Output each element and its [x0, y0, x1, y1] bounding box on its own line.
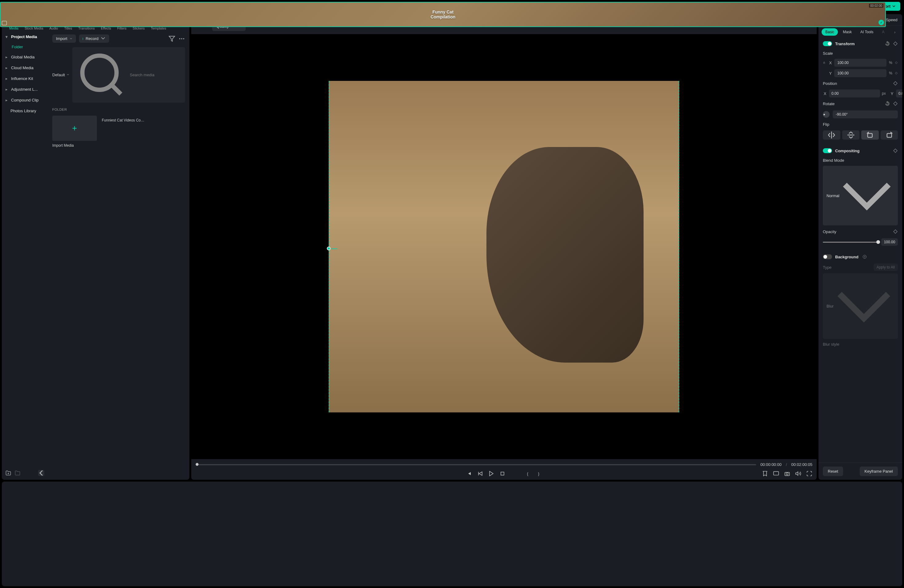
rotate-knob[interactable]	[823, 111, 830, 118]
camera-icon[interactable]	[784, 471, 790, 477]
player-viewport[interactable]	[191, 34, 817, 459]
svg-point-15	[82, 56, 117, 90]
properties-panel: Video Audio Color Speed Basic Mask AI To…	[819, 14, 902, 480]
sidebar-project-media[interactable]: ▾Project Media	[2, 32, 48, 42]
subtab-mask[interactable]: Mask	[839, 28, 855, 36]
opacity-keyframe[interactable]	[893, 229, 898, 234]
svg-rect-24	[823, 63, 825, 64]
delete-folder-icon[interactable]	[15, 470, 20, 476]
player-panel: Player Full Quality 00:00:00:00 /	[191, 14, 817, 480]
sort-dropdown[interactable]: Default	[52, 73, 69, 77]
sidebar-collapse-button[interactable]	[38, 470, 44, 476]
opacity-slider[interactable]	[823, 242, 878, 243]
svg-point-14	[183, 38, 185, 40]
scale-y-keyframe[interactable]	[895, 71, 898, 76]
search-icon	[76, 49, 127, 101]
media-sidebar: ▾Project Media Folder ▸Global Media ▸Clo…	[2, 32, 48, 480]
compositing-toggle[interactable]	[823, 148, 832, 153]
play-button[interactable]	[488, 471, 495, 477]
record-dropdown[interactable]: Record	[79, 35, 109, 43]
flip-vertical-button[interactable]	[842, 130, 860, 140]
transform-reset-icon[interactable]	[885, 41, 890, 46]
transform-keyframe-icon[interactable]	[893, 41, 898, 46]
blend-mode-dropdown[interactable]: Normal	[823, 166, 898, 225]
svg-rect-19	[501, 472, 504, 475]
clip-badge-icon	[2, 21, 7, 25]
more-icon[interactable]	[179, 35, 185, 42]
sidebar-photos-library[interactable]: Photos Library	[2, 106, 48, 116]
svg-marker-23	[796, 472, 798, 476]
svg-rect-26	[887, 133, 891, 138]
mark-out-button[interactable]: }	[536, 471, 542, 477]
volume-icon[interactable]	[795, 471, 801, 477]
sidebar-adjustment-layer[interactable]: ▸Adjustment L...	[2, 84, 48, 95]
transform-title: Transform	[835, 41, 855, 46]
scale-link-icon[interactable]	[823, 60, 826, 65]
svg-rect-25	[868, 133, 872, 138]
display-mode-icon[interactable]	[773, 471, 779, 477]
import-media-tile[interactable]: + Import Media	[52, 115, 97, 148]
subtab-basic[interactable]: Basic	[822, 28, 838, 36]
position-keyframe[interactable]	[893, 81, 898, 86]
background-toggle[interactable]	[823, 254, 832, 259]
scale-x-keyframe[interactable]	[895, 60, 898, 65]
play-backward-button[interactable]	[477, 471, 484, 477]
pos-x-input[interactable]	[829, 90, 880, 98]
plus-icon: +	[72, 123, 77, 133]
fullscreen-icon[interactable]	[806, 471, 812, 477]
subtab-ai-tools[interactable]: AI Tools	[857, 28, 877, 36]
folder-heading: FOLDER	[48, 104, 190, 113]
reset-button[interactable]: Reset	[823, 466, 843, 476]
rotate-input[interactable]	[833, 111, 898, 119]
opacity-value[interactable]: 100.00	[881, 238, 898, 246]
sidebar-folder[interactable]: Folder	[2, 42, 48, 52]
crop-handle[interactable]	[327, 247, 330, 250]
svg-rect-20	[774, 471, 779, 475]
subtab-scroll-right[interactable]: ›	[894, 30, 899, 35]
background-type-dropdown: Blur	[823, 273, 898, 339]
sidebar-influence-kit[interactable]: ▸Influence Kit	[2, 73, 48, 84]
pos-y-input[interactable]	[896, 90, 902, 98]
compositing-keyframe[interactable]	[893, 148, 898, 153]
current-time: 00:00:00:00	[760, 462, 782, 467]
rotate-right-button[interactable]	[880, 130, 898, 140]
marker-icon[interactable]	[762, 471, 768, 477]
sidebar-compound-clip[interactable]: ▸Compound Clip	[2, 95, 48, 106]
transform-toggle[interactable]	[823, 41, 832, 46]
background-title: Background	[835, 254, 858, 259]
new-folder-icon[interactable]	[6, 470, 11, 476]
stop-button[interactable]	[499, 471, 506, 477]
apply-to-all-button: Apply to All	[874, 264, 898, 271]
media-clip-tile[interactable]: Funny Cat Compilation 00:02:00 ✓ Funnies…	[102, 115, 146, 148]
mark-in-button[interactable]: {	[525, 471, 531, 477]
media-browser: Import Record Default	[48, 32, 190, 480]
keyframe-panel-button[interactable]: Keyframe Panel	[860, 466, 898, 476]
rotate-left-button[interactable]	[861, 130, 879, 140]
svg-point-12	[179, 38, 180, 40]
total-time: 00:02:00:05	[791, 462, 812, 467]
search-input[interactable]	[130, 73, 182, 77]
svg-marker-18	[490, 471, 493, 476]
help-icon[interactable]: ?	[863, 255, 866, 259]
subtab-more[interactable]: A	[878, 28, 888, 36]
timeline-panel: :00:00 00:00:05:00 00:00:10:00 00:00:15:…	[2, 482, 902, 586]
rotate-reset-icon[interactable]	[885, 101, 890, 106]
playback-scrubber[interactable]	[196, 464, 756, 465]
svg-point-22	[786, 473, 789, 475]
scale-y-input[interactable]	[834, 69, 887, 77]
chevron-down-icon[interactable]	[243, 485, 898, 588]
scale-x-input[interactable]	[834, 59, 887, 67]
svg-point-13	[181, 38, 182, 40]
search-field[interactable]	[72, 47, 185, 103]
flip-horizontal-button[interactable]	[823, 130, 840, 140]
rotate-keyframe[interactable]	[893, 101, 898, 106]
sidebar-global-media[interactable]: ▸Global Media	[2, 52, 48, 62]
prev-frame-button[interactable]	[466, 471, 472, 477]
filter-icon[interactable]	[169, 35, 175, 42]
sidebar-cloud-media[interactable]: ▸Cloud Media	[2, 62, 48, 73]
compositing-title: Compositing	[835, 149, 860, 153]
import-dropdown[interactable]: Import	[52, 35, 76, 43]
